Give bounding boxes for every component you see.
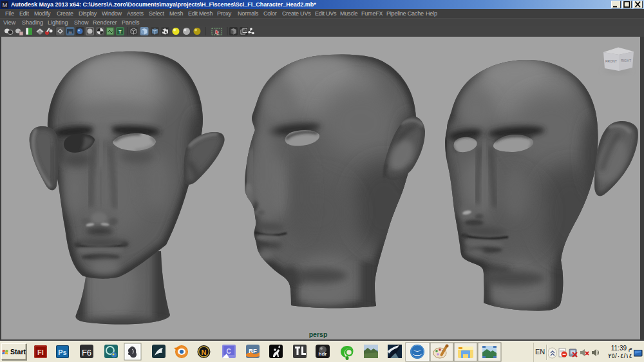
svg-text:FRONT: FRONT [605,59,618,63]
svg-text:RF: RF [249,347,257,354]
svg-text:Ps: Ps [58,348,66,356]
svg-text:m: m [69,30,72,34]
svg-text:hdr: hdr [319,351,327,357]
svg-text:RIGHT: RIGHT [621,59,632,62]
svg-text:Fl: Fl [37,348,44,356]
svg-text:C: C [226,348,231,355]
svg-text:M: M [3,2,8,8]
svg-text:N: N [202,348,207,356]
svg-text:F6: F6 [82,348,91,357]
svg-text:T: T [118,30,122,34]
